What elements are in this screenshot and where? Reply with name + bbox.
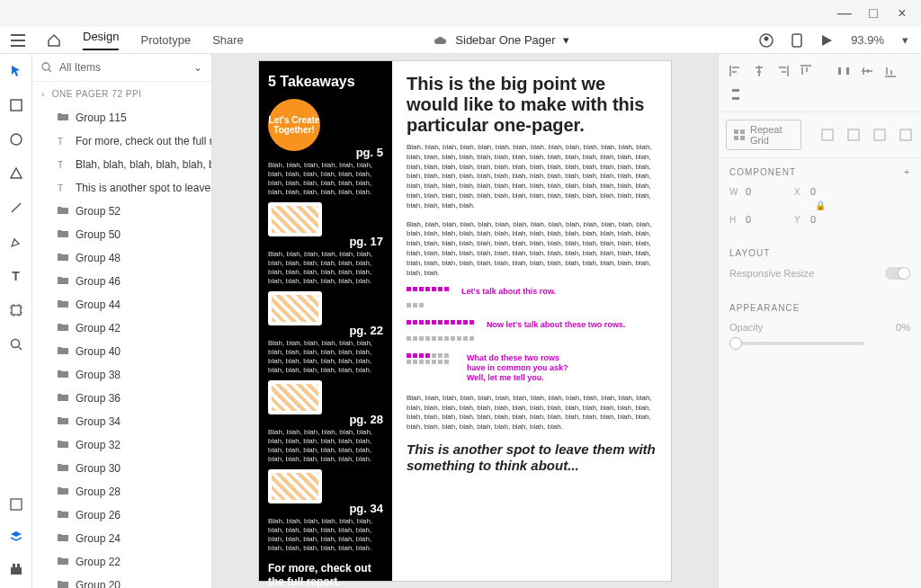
tab-share[interactable]: Share [212, 33, 244, 47]
chevron-down-icon[interactable]: ▾ [563, 33, 569, 47]
align-right-icon[interactable] [773, 61, 792, 81]
rectangle-tool-icon[interactable] [6, 95, 26, 115]
svg-point-11 [42, 63, 49, 70]
blurb: Blah, blah, blah, blah, blah, blah, blah… [268, 161, 383, 197]
layer-row[interactable]: Group 22 [32, 550, 211, 574]
layer-row[interactable]: Group 50 [32, 223, 211, 246]
layer-row[interactable]: Group 44 [32, 293, 211, 316]
svg-rect-9 [13, 564, 15, 567]
play-icon[interactable] [820, 34, 833, 47]
layer-row[interactable]: Group 115 [32, 106, 211, 129]
layer-row[interactable]: Group 32 [32, 433, 211, 457]
body-para: Blah, blah, blah, blah, blah, blah, blah… [407, 220, 657, 279]
layer-row[interactable]: TBlah, blah, blah, blah, blah, blah,... [32, 153, 211, 176]
closing-text: This is another spot to leave them with … [407, 441, 657, 474]
tab-prototype[interactable]: Prototype [140, 33, 191, 47]
minimize-icon[interactable]: — [838, 7, 851, 20]
repeat-grid-button[interactable]: Repeat Grid [726, 120, 801, 150]
svg-rect-17 [732, 89, 739, 92]
select-tool-icon[interactable] [6, 61, 26, 81]
mobile-preview-icon[interactable] [791, 33, 802, 48]
layer-row[interactable]: TFor more, check out the full report. [32, 129, 211, 153]
artboard[interactable]: 5 Takeaways Let's Create Together! pg. 5… [259, 61, 671, 581]
canvas[interactable]: 5 Takeaways Let's Create Together! pg. 5… [212, 54, 718, 588]
text-tool-icon[interactable]: T [6, 266, 26, 286]
layer-label: Group 46 [76, 275, 121, 288]
layer-row[interactable]: Group 20 [32, 574, 211, 588]
layers-panel: All Items ⌄ ‹ ONE PAGER 72 PPI Group 115… [32, 54, 212, 588]
intersect-icon[interactable] [871, 125, 888, 145]
y-input[interactable] [810, 214, 854, 225]
breadcrumb[interactable]: ONE PAGER 72 PPI [52, 89, 142, 99]
opacity-slider[interactable] [729, 342, 864, 345]
layer-search[interactable]: All Items ⌄ [32, 54, 211, 82]
callout: What do these two rows have in common yo… [467, 353, 575, 382]
folder-icon [58, 370, 68, 380]
back-icon[interactable]: ‹ [41, 89, 45, 99]
folder-icon [58, 276, 68, 287]
exclude-icon[interactable] [897, 125, 914, 145]
align-top-icon[interactable] [796, 61, 816, 81]
distribute-h-icon[interactable] [834, 61, 854, 81]
add-icon[interactable] [819, 125, 836, 145]
chevron-down-icon[interactable]: ▾ [902, 33, 908, 47]
checkout-text: For more, check out the full report. [268, 562, 383, 588]
align-bottom-icon[interactable] [881, 61, 900, 81]
user-icon[interactable] [759, 33, 773, 48]
layer-label: Group 24 [76, 532, 121, 545]
search-placeholder: All Items [59, 61, 186, 74]
lock-icon[interactable]: 🔒 [719, 200, 921, 210]
pen-tool-icon[interactable] [6, 232, 26, 252]
layers-icon[interactable] [6, 527, 26, 547]
plugins-icon[interactable] [6, 559, 26, 579]
svg-rect-15 [838, 67, 841, 75]
layer-row[interactable]: Group 42 [32, 316, 211, 340]
artboard-sidebar: 5 Takeaways Let's Create Together! pg. 5… [259, 61, 392, 581]
layer-row[interactable]: Group 48 [32, 246, 211, 270]
chevron-down-icon[interactable]: ⌄ [193, 61, 202, 74]
polygon-tool-icon[interactable] [6, 164, 26, 183]
assets-icon[interactable] [6, 494, 26, 514]
layer-label: Group 115 [76, 111, 127, 124]
menu-icon[interactable] [11, 34, 25, 47]
layer-row[interactable]: Group 26 [32, 503, 211, 527]
height-input[interactable] [746, 214, 789, 225]
page-ref: pg. 17 [268, 235, 383, 248]
subtract-icon[interactable] [845, 125, 863, 145]
align-middle-icon[interactable] [857, 61, 877, 81]
layer-row[interactable]: TThis is another spot to leave the... [32, 176, 211, 200]
layer-label: Group 30 [76, 462, 121, 475]
align-left-icon[interactable] [726, 61, 746, 81]
illustration-thumb [268, 469, 322, 503]
responsive-label: Responsive Resize [729, 268, 814, 279]
layer-row[interactable]: Group 24 [32, 527, 211, 550]
row-label: Now let's talk about these two rows. [487, 320, 625, 329]
layer-row[interactable]: Group 30 [32, 457, 211, 480]
width-input[interactable] [746, 186, 789, 197]
layer-row[interactable]: Group 28 [32, 480, 211, 503]
line-tool-icon[interactable] [6, 198, 26, 218]
home-icon[interactable] [47, 33, 61, 48]
layer-row[interactable]: Group 34 [32, 410, 211, 433]
document-title[interactable]: Sidebar One Pager [455, 33, 555, 47]
layer-row[interactable]: Group 36 [32, 387, 211, 410]
layer-row[interactable]: Group 46 [32, 270, 211, 293]
zoom-value[interactable]: 93.9% [851, 33, 884, 47]
x-input[interactable] [810, 186, 854, 197]
artboard-tool-icon[interactable] [6, 300, 26, 320]
tab-design[interactable]: Design [83, 30, 119, 50]
ellipse-tool-icon[interactable] [6, 129, 26, 149]
close-icon[interactable]: × [896, 7, 908, 20]
layer-row[interactable]: Group 40 [32, 340, 211, 363]
layer-row[interactable]: Group 38 [32, 363, 211, 387]
layer-label: Group 48 [76, 252, 121, 264]
align-center-h-icon[interactable] [749, 61, 769, 81]
responsive-toggle[interactable] [885, 267, 910, 280]
maximize-icon[interactable]: □ [867, 7, 880, 20]
svg-rect-2 [792, 34, 801, 47]
zoom-tool-icon[interactable] [6, 334, 26, 354]
folder-icon [58, 440, 68, 450]
distribute-v-icon[interactable] [726, 85, 746, 104]
plus-icon[interactable]: + [904, 167, 910, 177]
layer-row[interactable]: Group 52 [32, 200, 211, 223]
